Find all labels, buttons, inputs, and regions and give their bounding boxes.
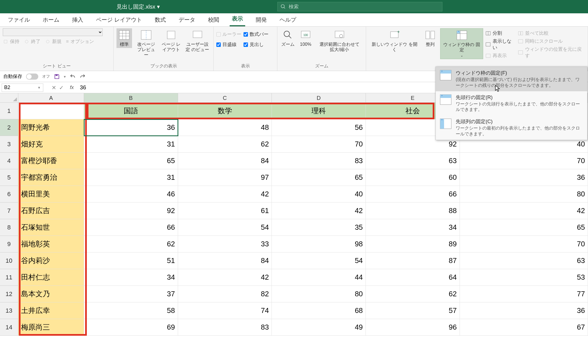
cell[interactable]: 37 <box>84 286 178 302</box>
cell[interactable]: 48 <box>178 119 272 136</box>
cell[interactable]: 57 <box>366 302 460 319</box>
row-header-5[interactable]: 5 <box>0 169 18 186</box>
cell[interactable]: 69 <box>84 319 178 336</box>
cell[interactable]: 80 <box>272 286 366 302</box>
cell[interactable]: 富樫沙耶香 <box>18 153 84 169</box>
cell[interactable]: 63 <box>460 252 588 269</box>
cell[interactable]: 65 <box>84 153 178 169</box>
col-header-C[interactable]: C <box>178 93 272 102</box>
row-header-2[interactable]: 2 <box>0 119 18 136</box>
cell[interactable]: 34 <box>84 269 178 286</box>
cell[interactable]: 70 <box>460 236 588 252</box>
tab-表示[interactable]: 表示 <box>230 12 245 26</box>
cell[interactable]: 36 <box>460 302 588 319</box>
cell[interactable]: 89 <box>366 236 460 252</box>
cell[interactable]: 島本文乃 <box>18 286 84 302</box>
cell[interactable]: 58 <box>84 302 178 319</box>
cell[interactable]: 65 <box>272 169 366 186</box>
cell[interactable]: 42 <box>178 186 272 203</box>
view-custom[interactable]: ユーザー設定 のビュー <box>184 28 211 53</box>
row-header-8[interactable]: 8 <box>0 219 18 236</box>
cell[interactable]: 横田里美 <box>18 186 84 203</box>
zoom-selection-button[interactable]: 選択範囲に合わせて 拡大/縮小 <box>316 28 363 53</box>
cell[interactable]: 51 <box>84 252 178 269</box>
col-header-B[interactable]: B <box>84 93 178 102</box>
view-standard[interactable]: 標準 <box>116 28 132 48</box>
zoom-100-button[interactable]: 100 100% <box>298 28 313 48</box>
tab-開発[interactable]: 開発 <box>254 13 269 26</box>
cell[interactable]: 97 <box>178 169 272 186</box>
cancel-icon[interactable]: ✕ <box>52 84 56 91</box>
cell[interactable]: 70 <box>460 153 588 169</box>
freeze-menu-item-1[interactable]: *先頭行の固定(R)ワークシートの先頭行を表示したままで、他の部分をスクロールで… <box>436 91 587 116</box>
cell[interactable]: 44 <box>272 269 366 286</box>
freeze-menu-item-0[interactable]: *ウィンドウ枠の固定(F)(現在の選択範囲に基づいて) 行および列を表示したまま… <box>436 67 587 91</box>
arrange-button[interactable]: 整列 <box>422 28 438 48</box>
hide-button[interactable]: 表示しない <box>485 38 516 51</box>
cell[interactable]: 83 <box>178 319 272 336</box>
cell[interactable]: 84 <box>178 252 272 269</box>
tab-ホーム[interactable]: ホーム <box>40 13 62 26</box>
row-header-1[interactable]: 1 <box>0 103 18 119</box>
cell[interactable]: 54 <box>178 219 272 236</box>
row-header-11[interactable]: 11 <box>0 269 18 286</box>
cell[interactable]: 石塚知世 <box>18 219 84 236</box>
cell[interactable]: 畑好克 <box>18 136 84 153</box>
cell[interactable]: 60 <box>366 169 460 186</box>
redo-icon[interactable] <box>80 74 86 80</box>
cell[interactable]: 82 <box>178 286 272 302</box>
new-window-button[interactable]: + 新しいウィンドウ を開く <box>369 28 420 53</box>
freeze-panes-button[interactable]: * ウィンドウ枠の 固定⌄ <box>440 28 483 59</box>
cell[interactable]: 61 <box>178 203 272 219</box>
enter-icon[interactable]: ✓ <box>59 84 64 91</box>
cell[interactable]: 77 <box>460 286 588 302</box>
check-gridlines[interactable]: 目盛線 <box>216 41 241 48</box>
sheetview-select[interactable] <box>3 28 103 36</box>
cell[interactable]: 84 <box>178 153 272 169</box>
cell[interactable]: 42 <box>460 203 588 219</box>
row-header-6[interactable]: 6 <box>0 186 18 203</box>
col-header-A[interactable]: A <box>18 93 84 102</box>
cell[interactable]: 31 <box>84 136 178 153</box>
tab-数式[interactable]: 数式 <box>153 13 168 26</box>
cell[interactable]: 66 <box>84 219 178 236</box>
view-pagelayout[interactable]: ページ レイアウト <box>160 28 182 53</box>
cell[interactable]: 70 <box>272 136 366 153</box>
undo-icon[interactable] <box>70 74 76 80</box>
check-headings[interactable]: 見出し <box>244 41 268 48</box>
cell[interactable]: 54 <box>272 252 366 269</box>
cell[interactable]: 74 <box>178 302 272 319</box>
cell[interactable]: 64 <box>366 269 460 286</box>
name-box[interactable]: B2▼ <box>2 84 43 92</box>
cell[interactable]: 土井広幸 <box>18 302 84 319</box>
row-header-4[interactable]: 4 <box>0 153 18 169</box>
freeze-menu-item-2[interactable]: *先頭列の固定(C)ワークシートの最初の列を表示したままで、他の部分をスクロール… <box>436 115 587 140</box>
row-header-10[interactable]: 10 <box>0 252 18 269</box>
cell[interactable]: 福地彰英 <box>18 236 84 252</box>
zoom-button[interactable]: ズーム <box>280 28 296 48</box>
cell[interactable]: 40 <box>272 186 366 203</box>
tab-校閲[interactable]: 校閲 <box>206 13 221 26</box>
cell[interactable]: 理科 <box>272 103 366 119</box>
row-header-13[interactable]: 13 <box>0 302 18 319</box>
view-pagebreak[interactable]: 改ページ プレビュー <box>134 28 158 59</box>
check-formulabar[interactable]: 数式バー <box>244 31 268 37</box>
row-header-9[interactable]: 9 <box>0 236 18 252</box>
cell[interactable]: 62 <box>178 136 272 153</box>
cell[interactable]: 国語 <box>84 103 178 119</box>
cell[interactable]: 56 <box>272 119 366 136</box>
cell[interactable]: 42 <box>272 203 366 219</box>
col-header-D[interactable]: D <box>272 93 366 102</box>
row-header-3[interactable]: 3 <box>0 136 18 153</box>
cell[interactable]: 53 <box>460 269 588 286</box>
cell[interactable]: 42 <box>178 269 272 286</box>
cell[interactable]: 35 <box>272 219 366 236</box>
cell[interactable]: 67 <box>460 319 588 336</box>
cell[interactable]: 46 <box>84 186 178 203</box>
cell[interactable]: 80 <box>460 186 588 203</box>
cell[interactable] <box>18 103 84 119</box>
fx-icon[interactable]: fx <box>70 85 74 90</box>
row-header-14[interactable]: 14 <box>0 319 18 336</box>
cell[interactable]: 谷内莉沙 <box>18 252 84 269</box>
cell[interactable]: 68 <box>272 302 366 319</box>
